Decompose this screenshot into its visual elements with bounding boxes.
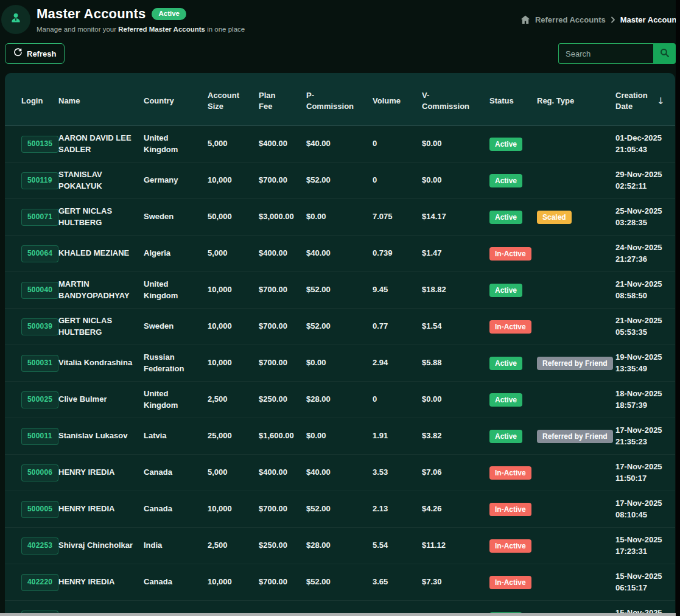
login-chip[interactable]: 500031 (21, 355, 58, 371)
cell-country: Canada (144, 564, 208, 601)
refresh-button[interactable]: Refresh (5, 43, 65, 64)
table-row[interactable]: 500040 MARTIN BANDYOPADHYAY United Kingd… (5, 272, 675, 309)
login-chip[interactable]: 500005 (21, 501, 58, 517)
login-chip[interactable]: 500040 (21, 282, 58, 298)
cell-volume: 7.075 (373, 199, 422, 236)
avatar (1, 5, 30, 34)
cell-country: India (144, 528, 208, 564)
login-chip[interactable]: 500071 (21, 209, 58, 225)
table-row[interactable]: 500005 HENRY IREDIA Canada 10,000 $700.0… (5, 491, 675, 528)
home-icon[interactable] (521, 15, 530, 24)
login-chip[interactable]: 500064 (21, 245, 58, 262)
cell-v-commission: $0.00 (422, 126, 489, 163)
table-row[interactable]: 500006 HENRY IREDIA Canada 5,000 $400.00… (5, 455, 675, 491)
table-row[interactable]: 500071 GERT NICLAS HULTBERG Sweden 50,00… (5, 199, 675, 236)
col-login[interactable]: Login (5, 73, 58, 126)
cell-creation-date: 19-Nov-202513:35:49 (615, 345, 675, 382)
cell-p-commission: $28.00 (306, 382, 373, 418)
cell-name: MARTIN BANDYOPADHYAY (58, 272, 144, 309)
cell-v-commission: $7.30 (422, 564, 489, 601)
table-row[interactable]: 500135 AARON DAVID LEE SADLER United Kin… (5, 126, 675, 163)
cell-name: AARON DAVID LEE SADLER (58, 126, 144, 163)
cell-creation-date: 21-Nov-202508:58:50 (615, 272, 675, 309)
cell-creation-date: 18-Nov-202518:57:39 (615, 382, 675, 418)
cell-volume: 2.94 (373, 345, 422, 382)
cell-creation-date: 29-Nov-202502:52:11 (615, 163, 675, 199)
login-chip[interactable]: 402220 (21, 574, 58, 590)
sort-desc-icon[interactable]: ↓ (657, 95, 665, 108)
search-group (558, 43, 676, 64)
col-p-commission[interactable]: P-Commission (306, 73, 373, 126)
cell-plan-fee: $700.00 (259, 564, 306, 601)
cell-plan-fee: $1,600.00 (259, 418, 306, 455)
cell-account-size: 10,000 (208, 345, 259, 382)
col-plan-fee[interactable]: Plan Fee (259, 73, 306, 126)
cell-creation-date: 24-Nov-202521:27:36 (615, 236, 675, 272)
cell-volume: 0 (373, 163, 422, 199)
cell-creation-date: 01-Dec-202521:05:43 (615, 126, 675, 163)
login-chip[interactable]: 500006 (21, 464, 58, 481)
login-chip[interactable]: 500039 (21, 318, 58, 335)
cell-plan-fee: $700.00 (259, 345, 306, 382)
breadcrumb-current: Master Accounts (620, 15, 680, 24)
cell-v-commission: $4.26 (422, 491, 489, 528)
col-name[interactable]: Name (58, 73, 144, 126)
cell-p-commission: $0.00 (306, 199, 373, 236)
cell-account-size: 5,000 (208, 236, 259, 272)
cell-name: STANISLAV POKALYUK (58, 163, 144, 199)
status-badge: In-Active (489, 503, 531, 516)
cell-v-commission: $11.12 (422, 528, 489, 564)
login-chip[interactable]: 500135 (21, 136, 58, 152)
col-volume[interactable]: Volume (373, 73, 422, 126)
reg-type-badge: Scaled (537, 211, 572, 224)
table-row[interactable]: 500064 KHALED MEZIANE Algeria 5,000 $400… (5, 236, 675, 272)
cell-account-size: 10,000 (208, 163, 259, 199)
table-row[interactable]: 402253 Shivraj Chincholkar India 2,500 $… (5, 528, 675, 564)
search-input[interactable] (558, 43, 653, 64)
cell-p-commission: $52.00 (306, 491, 373, 528)
table-row[interactable]: 500025 Clive Bulmer United Kingdom 2,500… (5, 382, 675, 418)
cell-plan-fee: $250.00 (259, 528, 306, 564)
cell-account-size: 25,000 (208, 418, 259, 455)
cell-account-size: 10,000 (208, 309, 259, 345)
cell-v-commission: $1.54 (422, 309, 489, 345)
cell-creation-date: 15-Nov-202506:15:17 (615, 564, 675, 601)
cell-name: Shivraj Chincholkar (58, 528, 144, 564)
table-header-row: Login Name Country Account Size Plan Fee… (5, 73, 675, 126)
cell-plan-fee: $400.00 (259, 126, 306, 163)
table-row[interactable]: 500031 Vitalia Kondrashina Russian Feder… (5, 345, 675, 382)
col-status[interactable]: Status (489, 73, 537, 126)
login-chip[interactable]: 402253 (21, 537, 58, 554)
page-subtitle: Manage and monitor your Referred Master … (37, 26, 245, 33)
cell-creation-date: 15-Nov-202517:23:31 (615, 528, 675, 564)
table-row[interactable]: 500011 Stanislav Lukasov Latvia 25,000 $… (5, 418, 675, 455)
col-country[interactable]: Country (144, 73, 208, 126)
breadcrumb: Referred Accounts Master Accounts (521, 15, 680, 24)
cell-p-commission: $52.00 (306, 309, 373, 345)
refresh-label: Refresh (27, 49, 56, 58)
cell-country: United Kingdom (144, 382, 208, 418)
login-chip[interactable]: 500025 (21, 391, 58, 408)
vertical-scrollbar[interactable] (676, 0, 680, 616)
cell-account-size: 5,000 (208, 126, 259, 163)
cell-country: Sweden (144, 199, 208, 236)
col-v-commission[interactable]: V-Commission (422, 73, 489, 126)
table-row[interactable]: 500039 GERT NICLAS HULTBERG Sweden 10,00… (5, 309, 675, 345)
cell-creation-date: 17-Nov-202511:50:17 (615, 455, 675, 491)
login-chip[interactable]: 500011 (21, 428, 58, 444)
search-button[interactable] (653, 43, 676, 64)
col-account-size[interactable]: Account Size (208, 73, 259, 126)
cell-volume: 0 (373, 126, 422, 163)
cell-v-commission: $1.47 (422, 236, 489, 272)
cell-name: GERT NICLAS HULTBERG (58, 199, 144, 236)
cell-plan-fee: $250.00 (259, 382, 306, 418)
col-reg-type[interactable]: Reg. Type (537, 73, 615, 126)
table-row[interactable]: 402220 HENRY IREDIA Canada 10,000 $700.0… (5, 564, 675, 601)
cell-account-size: 10,000 (208, 272, 259, 309)
breadcrumb-parent[interactable]: Referred Accounts (535, 15, 606, 24)
login-chip[interactable]: 500119 (21, 172, 58, 189)
table-row[interactable]: 500119 STANISLAV POKALYUK Germany 10,000… (5, 163, 675, 199)
horizontal-scrollbar[interactable] (0, 613, 676, 616)
status-badge: In-Active (489, 539, 531, 553)
col-creation-date[interactable]: Creation Date ↓ (615, 73, 675, 126)
